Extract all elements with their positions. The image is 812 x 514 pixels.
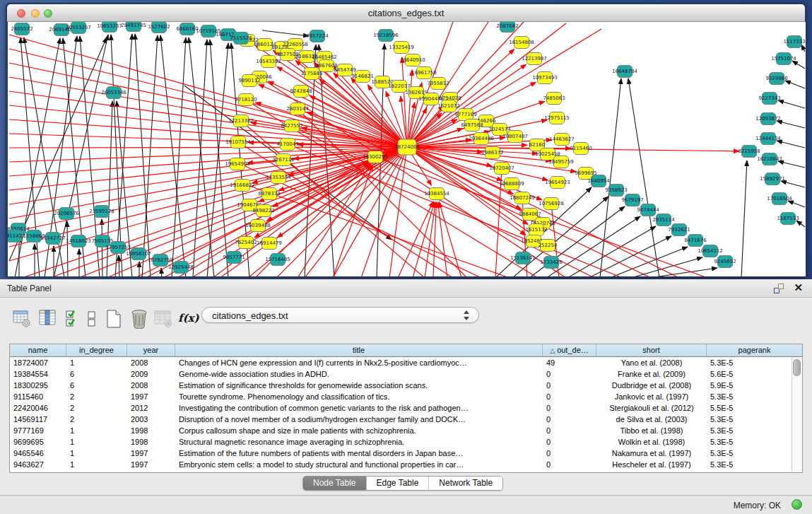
graph-node[interactable]: 7625402 [235, 237, 257, 249]
graph-node[interactable]: 1167533 [777, 213, 799, 225]
graph-node[interactable]: 8878334 [258, 188, 281, 200]
network-window[interactable]: citations_edges.txt 18724007756382288601… [6, 3, 806, 277]
graph-node[interactable]: 9777169 [454, 109, 476, 121]
column-header-out_de[interactable]: △out_de… [543, 344, 596, 356]
graph-node[interactable]: 23599128 [89, 206, 114, 218]
table-cell[interactable]: 2012 [127, 402, 175, 414]
table-row[interactable]: 1872400712008Changes of HCN gene express… [10, 357, 802, 368]
table-cell[interactable]: 5.3E-5 [707, 448, 802, 459]
table-cell[interactable]: Nakamura et al. (1997) [596, 448, 707, 459]
graph-node[interactable]: 12444134 [755, 133, 781, 145]
graph-node[interactable]: 6466160 [176, 23, 198, 35]
graph-node[interactable]: 10688809 [499, 178, 524, 190]
table-cell[interactable]: 5.3E-5 [707, 425, 802, 436]
table-cell[interactable]: Estimation of significance thresholds fo… [175, 380, 543, 391]
graph-node[interactable]: 9242848 [290, 86, 312, 98]
function-builder-icon[interactable]: f(x) [178, 312, 196, 332]
column-header-name[interactable]: name [10, 344, 66, 356]
table-cell[interactable]: 1997 [127, 391, 175, 402]
table-cell[interactable]: 2 [66, 402, 127, 414]
graph-node[interactable]: 9245652 [714, 256, 736, 268]
column-header-in_degree[interactable]: in_degree [66, 344, 127, 356]
graph-node[interactable]: 18107554 [225, 136, 251, 148]
table-cell[interactable]: Dudbridge et al. (2008) [596, 380, 707, 391]
table-cell[interactable]: 0 [543, 448, 596, 459]
table-cell[interactable]: 2 [66, 414, 127, 425]
graph-node[interactable]: 10756928 [539, 198, 564, 210]
table-cell[interactable]: 0 [543, 436, 596, 448]
delete-icon[interactable] [130, 309, 148, 329]
table-header-row[interactable]: namein_degreeyeartitle△out_de…shortpager… [10, 344, 802, 357]
graph-node[interactable]: 7485063 [543, 93, 565, 105]
table-cell[interactable]: 2 [66, 391, 127, 402]
table-cell[interactable]: Changes of HCN gene expression and I(f) … [175, 357, 543, 368]
network-canvas[interactable]: 1872400775638228860124891295422260558982… [8, 22, 806, 276]
table-cell[interactable]: Jankovic et al. (1997) [596, 391, 707, 402]
table-cell[interactable]: 0 [543, 380, 596, 391]
graph-node[interactable]: 19384554 [424, 188, 449, 200]
table-cell[interactable]: 19384554 [10, 368, 66, 380]
graph-node[interactable]: 7957224 [306, 30, 329, 42]
table-cell[interactable]: 2003 [127, 414, 175, 425]
tab-edge-table[interactable]: Edge Table [367, 477, 430, 490]
table-cell[interactable]: 6 [66, 380, 127, 391]
graph-node[interactable]: 9679197 [621, 194, 643, 206]
graph-node[interactable]: 19166822 [230, 180, 255, 192]
graph-node[interactable]: 20206576 [54, 208, 79, 220]
table-row[interactable]: 969969511998Structural magnetic resonanc… [10, 436, 802, 448]
show-columns-icon[interactable] [39, 309, 57, 329]
table-cell[interactable]: 2008 [127, 357, 175, 368]
network-window-titlebar[interactable]: citations_edges.txt [7, 4, 805, 22]
graph-node[interactable]: 9115460 [570, 143, 592, 155]
graph-node[interactable]: 14463627 [549, 134, 575, 146]
table-row[interactable]: 977716911998Corpus callosum shape and si… [10, 425, 802, 436]
table-cell[interactable]: Hescheler et al. (1997) [596, 459, 707, 470]
vertical-scrollbar[interactable] [792, 358, 801, 472]
table-cell[interactable]: 5.5E-5 [707, 402, 802, 414]
graph-node[interactable]: 1733426 [540, 257, 563, 269]
table-cell[interactable]: Stergiakouli et al. (2012) [596, 402, 707, 414]
float-panel-icon[interactable] [774, 284, 784, 293]
graph-node[interactable]: 16914479 [257, 238, 282, 250]
table-cell[interactable]: 49 [543, 357, 596, 368]
graph-node[interactable]: 12093872 [755, 113, 781, 125]
table-cell[interactable]: de Silva et al. (2003) [596, 414, 707, 425]
graph-node[interactable]: 9474444 [637, 204, 659, 216]
graph-node[interactable]: 15751074 [771, 53, 796, 65]
table-cell[interactable]: 1 [66, 425, 127, 436]
table-row[interactable]: 911546021997Tourette syndrome. Phenomeno… [10, 391, 802, 402]
graph-node[interactable]: 4170043 [276, 139, 298, 151]
select-rows-icon[interactable] [65, 309, 83, 329]
table-cell[interactable]: 1 [66, 436, 127, 448]
table-cell[interactable]: 0 [543, 425, 596, 436]
graph-node[interactable]: 18724007 [394, 139, 420, 155]
table-cell[interactable]: Tibbo et al. (1998) [596, 425, 707, 436]
graph-node[interactable]: 12975115 [544, 112, 570, 124]
table-cell[interactable]: Yano et al. (2008) [596, 357, 707, 368]
graph-node[interactable]: 18720407 [489, 163, 514, 175]
graph-node[interactable]: 18807249 [510, 192, 535, 204]
table-cell[interactable]: 0 [543, 414, 596, 425]
graph-node[interactable]: 252254 [539, 240, 558, 252]
column-header-year[interactable]: year [127, 344, 175, 356]
graph-node[interactable]: 10543392 [256, 56, 281, 68]
table-cell[interactable]: 5.3E-5 [707, 459, 802, 470]
table-cell[interactable]: 1997 [127, 448, 175, 459]
graph-node[interactable]: 16648784 [612, 66, 637, 78]
graph-node[interactable]: 10654112 [698, 245, 723, 257]
table-row[interactable]: 946554611997Estimation of the future num… [10, 448, 802, 459]
graph-node[interactable]: 2935114 [652, 214, 675, 226]
table-select-dropdown[interactable]: citations_edges.txt [201, 307, 479, 323]
table-cell[interactable]: 0 [543, 391, 596, 402]
column-header-short[interactable]: short [596, 344, 707, 356]
table-cell[interactable]: 22420046 [10, 402, 66, 414]
table-row[interactable]: 1938455462009Genome-wide association stu… [10, 368, 802, 380]
table-cell[interactable]: 18300295 [10, 380, 66, 391]
scrollbar-thumb[interactable] [793, 359, 801, 376]
table-row[interactable]: 1830029562008Estimation of significance … [10, 380, 802, 391]
table-cell[interactable]: 9465546 [10, 448, 66, 459]
table-cell[interactable]: 14569117 [10, 414, 66, 425]
table-cell[interactable]: 1997 [127, 459, 175, 470]
graph-node[interactable]: 15136141 [510, 252, 536, 264]
graph-node[interactable]: 10653257 [97, 22, 122, 33]
